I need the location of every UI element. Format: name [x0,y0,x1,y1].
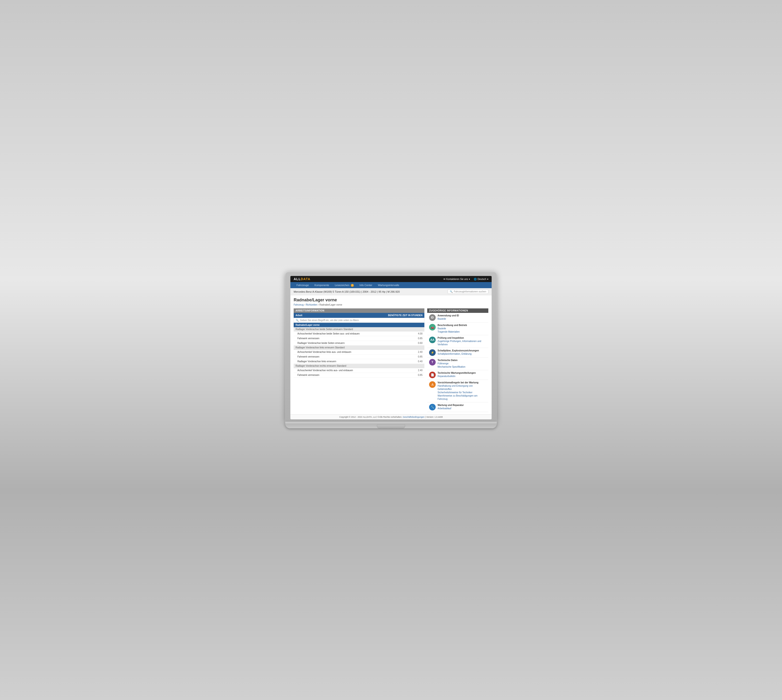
group-header: Radnabe/Lager vorne [293,323,424,327]
footer: Copyright © 2012 - 2022 ALLDATA, LLC ©Al… [290,414,492,419]
info-item-2: AAPrüfung und InspektionZugehörige Prüfu… [427,335,489,348]
trackpad[interactable] [377,425,405,428]
table-row[interactable]: Achsschenkel Vorderachse beide Seiten au… [293,332,424,336]
row-label: Fahrwerk vermessen [297,374,319,376]
info-icon-4: T [429,359,436,365]
row-value: 0.85 [418,374,422,376]
footer-text: Copyright © 2012 - 2022 ALLDATA, LLC ©Al… [339,416,402,418]
subgroup-header-2: Radlager Vorderachse rechts erneuern Sta… [293,364,424,368]
lesezeichen-badge: 7 [351,284,354,287]
lang-label: Deutsch [477,278,486,280]
table-row[interactable]: Fahrwerk vermessen 0.85 [293,336,424,341]
contact-chevron-icon: ▾ [469,278,470,280]
row-value: 4.00 [418,332,422,335]
info-item-6: ⚠Vorsichtsmaßregeln bei der WartungHandh… [427,380,489,402]
mail-icon: ✉ [444,278,445,280]
info-category-2: Prüfung und Inspektion [438,337,487,339]
subgroup-header-0: Radlager Vorderachse beide Seiten erneue… [293,327,424,332]
info-category-5: Technische Wartungsmitteilungen [438,372,476,374]
related-info-header: ZUGEHÖRIGE INFORMATIONEN [427,308,489,313]
info-category-7: Wartung und Reparatur [438,404,464,407]
vehicle-search-placeholder: Fahrzeuginformationen suchen [454,290,486,293]
info-category-4: Technische Daten [438,359,465,362]
vehicle-search[interactable]: 🔍 Fahrzeuginformationen suchen [448,289,489,294]
info-link-4-0[interactable]: Füllmenge [438,362,465,365]
info-link-7-0[interactable]: Arbeitsablauf [438,407,464,410]
footer-link[interactable]: Geschäftsbedingungen [403,416,425,418]
info-text-7: Wartung und ReparaturArbeitsablauf [438,404,464,410]
row-label: Achsschenkel Vorderachse beide Seiten au… [297,332,360,335]
nav-komponente[interactable]: Komponente [312,282,332,288]
page-content: Radnabe/Lager vorne Fahrzeug › Richtzeit… [290,295,492,414]
row-value: 0.85 [418,337,422,340]
row-value: 0.85 [418,355,422,358]
row-label: Radlager Vorderachse beide Seiten erneue… [297,342,345,344]
info-link-1-1[interactable]: Tragende Materialien [438,330,467,333]
info-text-3: Schaltpläne, ExplosionszeichnungenSchalt… [438,349,479,356]
vehicle-bar: Mercedes-Benz A-Klasse (W169) 5 Türen A … [290,288,492,295]
info-link-5-0[interactable]: Reparaturbulletin [438,375,476,378]
table-row[interactable]: Fahrwerk vermessen 0.85 [293,355,424,359]
navbar: Fahrzeuge Komponente Lesezeichen 7 Info … [290,282,492,288]
table-row[interactable]: Achsschenkel Vorderachse links aus- und … [293,350,424,355]
language-button[interactable]: 🌐 Deutsch ▾ [474,278,489,280]
info-text-1: Beschreibung und BetriebBauteileTragende… [438,324,467,333]
info-link-2-0[interactable]: Zugehörige Prüfungen, Informationen und … [438,340,487,346]
right-panel: ZUGEHÖRIGE INFORMATIONEN IDAnwendung und… [427,308,489,412]
nav-lesezeichen[interactable]: Lesezeichen 7 [332,282,357,288]
nav-info-center[interactable]: Info Center [357,282,375,288]
app-logo: ALLDATA [293,277,310,281]
info-link-6-2[interactable]: Warnhinweise zu Beschädigungen am Fahrze… [438,394,487,401]
breadcrumb-fahrzeug[interactable]: Fahrzeug [293,303,303,306]
contact-label: Kontaktieren Sie uns [446,278,468,280]
screen-inner: ALLDATA ✉ Kontaktieren Sie uns ▾ 🌐 Deuts… [290,276,492,419]
breadcrumb-richtzeiten[interactable]: Richtzeiten [306,303,317,306]
info-link-6-1[interactable]: Sicherheitshinweise für Techniker [438,391,487,394]
info-icon-0: ID [429,314,436,321]
info-item-4: TTechnische DatenFüllmengeMechanische Sp… [427,358,489,370]
nav-wartungsintervalle[interactable]: Wartungsintervalle [375,282,402,288]
info-items: IDAnwendung und IDBauteile🚗Beschreibung … [427,313,489,412]
info-link-4-1[interactable]: Mechanische Spezifikation [438,365,465,368]
nav-fahrzeuge[interactable]: Fahrzeuge [293,282,312,288]
info-text-4: Technische DatenFüllmengeMechanische Spe… [438,359,465,368]
row-value: 0.60 [418,342,422,344]
info-item-7: 🔧Wartung und ReparaturArbeitsablauf [427,402,489,412]
left-panel: ARBEITSINFORMATION Arbeit BENÖTIGTE ZEIT… [293,308,424,412]
info-category-3: Schaltpläne, Explosionszeichnungen [438,349,479,352]
table-row[interactable]: Achsschenkel Vorderachse rechts aus- und… [293,368,424,373]
subgroup-header-1: Radlager Vorderachse links erneuern Stan… [293,345,424,350]
search-icon: 🔍 [296,319,298,322]
filter-search[interactable]: 🔍 Geben Sie einen Begriff ein, um die Li… [293,318,424,323]
info-icon-3: ⚡ [429,349,436,356]
laptop-base [285,422,497,428]
page-title: Radnabe/Lager vorne [293,298,489,303]
row-label: Achsschenkel Vorderachse rechts aus- und… [297,369,353,372]
row-label: Achsschenkel Vorderachse links aus- und … [297,351,351,353]
info-text-2: Prüfung und InspektionZugehörige Prüfung… [438,337,487,346]
main-layout: ARBEITSINFORMATION Arbeit BENÖTIGTE ZEIT… [293,308,489,412]
row-label: Fahrwerk vermessen [297,337,319,340]
info-text-0: Anwendung und IDBauteile [438,314,459,321]
info-link-0-0[interactable]: Bauteile [438,317,459,321]
vehicle-info: Mercedes-Benz A-Klasse (W169) 5 Türen A … [293,290,400,293]
nav-lesezeichen-label: Lesezeichen [335,284,349,287]
info-icon-6: ⚠ [429,381,436,388]
info-link-1-0[interactable]: Bauteile [438,327,467,330]
contact-button[interactable]: ✉ Kontaktieren Sie uns ▾ [444,278,470,280]
laptop-container: ALLDATA ✉ Kontaktieren Sie uns ▾ 🌐 Deuts… [285,272,497,428]
info-link-3-0[interactable]: Schaltplaninformation, Erklärung [438,352,479,356]
info-link-6-0[interactable]: Handhabung und Entsorgung von Gefahrstof… [438,384,487,391]
table-row[interactable]: Fahrwerk vermessen 0.85 [293,373,424,378]
table-row[interactable]: Radlager Vorderachse beide Seiten erneue… [293,341,424,345]
row-value: 0.40 [418,360,422,363]
screen-bezel: ALLDATA ✉ Kontaktieren Sie uns ▾ 🌐 Deuts… [285,272,497,422]
info-item-5: 📄Technische WartungsmitteilungenReparatu… [427,370,489,380]
info-item-3: ⚡Schaltpläne, ExplosionszeichnungenSchal… [427,348,489,358]
info-icon-7: 🔧 [429,404,436,410]
info-text-5: Technische WartungsmitteilungenReparatur… [438,372,476,378]
row-value: 2.40 [418,369,422,372]
table-row[interactable]: Radlager Vorderachse links erneuern 0.40 [293,359,424,364]
info-category-1: Beschreibung und Betrieb [438,324,467,327]
topbar: ALLDATA ✉ Kontaktieren Sie uns ▾ 🌐 Deuts… [290,276,492,282]
